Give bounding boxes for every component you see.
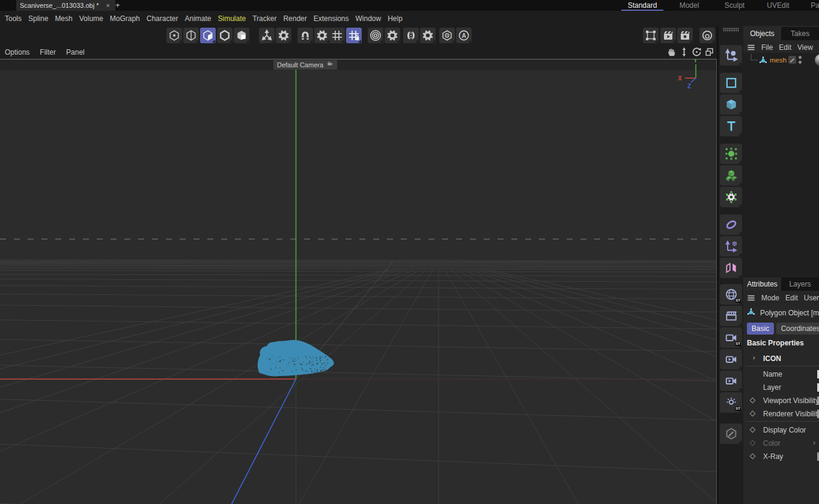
layout-tab-uvedit[interactable]: UVEdit [757,0,800,11]
attribute-row-color[interactable]: Color› [743,437,819,450]
attributes-menu-user[interactable]: User [804,294,819,302]
render-view-button[interactable] [660,28,676,43]
primitive-cube-button[interactable] [720,94,742,115]
menu-mesh[interactable]: Mesh [55,14,72,23]
camera-play-button[interactable] [720,349,742,369]
auto-letter-button[interactable]: A [456,28,472,43]
keyframe-diamond-icon[interactable] [750,454,756,460]
expand-arrow-icon[interactable]: › [813,439,815,447]
menu-volume[interactable]: Volume [79,14,103,23]
layout-tab-paint[interactable]: Paint [800,0,819,11]
tab-coordinates[interactable]: Coordinates [776,323,819,335]
light-st-button[interactable]: ST [720,392,742,413]
snap-magnet-button[interactable] [297,28,313,43]
3d-viewport[interactable]: Default CameraYXZ [0,59,717,504]
gear-button[interactable] [420,28,436,43]
pan-hand-icon[interactable] [666,47,677,58]
concentric-circles-button[interactable] [368,28,383,43]
layout-tab-model[interactable]: Model [666,0,713,11]
toolbar-drag-handle[interactable] [723,28,739,32]
menu-spline[interactable]: Spline [28,14,48,23]
document-tab[interactable]: Scaniverse_...013033.obj *× [16,0,115,11]
stage-clapper-button[interactable] [720,306,742,326]
symmetry-planes-button[interactable] [720,258,742,278]
gear-button[interactable] [385,28,400,43]
simulation-gear-button[interactable] [720,187,742,207]
object-tree-row[interactable]: mesh [743,54,819,66]
hamburger-icon[interactable] [747,294,755,302]
mode-model-button[interactable] [217,28,233,43]
hexagon-eye-button[interactable] [439,28,455,43]
axis-cube-button[interactable] [720,236,742,257]
layout-tab-sculpt[interactable]: Sculpt [713,0,757,11]
menu-extensions[interactable]: Extensions [314,14,349,23]
material-lens-button[interactable] [699,28,715,43]
array-generator-button[interactable] [720,165,742,186]
menu-tracker[interactable]: Tracker [252,14,276,23]
material-pencil-button[interactable] [720,424,742,444]
objects-menu-edit[interactable]: Edit [779,43,791,52]
grid-lock-button[interactable] [346,28,362,43]
camera-swap-icon[interactable] [326,61,333,69]
object-name-label[interactable]: mesh [770,56,787,64]
objects-menu-view[interactable]: View [797,43,813,52]
mode-texture-button[interactable] [234,28,249,43]
menu-tools[interactable]: Tools [5,14,22,23]
deformer-ring-button[interactable] [720,214,742,235]
keyframe-diamond-icon[interactable] [750,411,756,417]
menu-help[interactable]: Help [388,14,403,23]
sky-globe-button[interactable]: ST [720,284,742,305]
mode-polygons-button[interactable] [200,28,216,43]
attribute-row-x-ray[interactable]: X-Ray [743,450,819,463]
camera-st-button[interactable]: ST [720,327,742,348]
menu-animate[interactable]: Animate [184,14,211,23]
render-region-button[interactable] [643,28,659,43]
maximize-window-icon[interactable] [704,47,715,58]
hamburger-icon[interactable] [747,43,755,52]
close-tab-icon[interactable]: × [106,2,109,9]
gear-button[interactable] [276,28,291,43]
tab-layers[interactable]: Layers [781,278,819,291]
orbit-rotate-icon[interactable] [692,47,702,58]
grid-quantize-button[interactable] [329,28,345,43]
attribute-row-display-color[interactable]: Display Color [743,424,819,437]
tab-takes[interactable]: Takes [781,27,819,40]
tab-basic[interactable]: Basic [747,323,774,335]
new-tab-button[interactable]: + [115,1,120,10]
move-tool-button[interactable] [720,45,742,65]
camera-play-button[interactable] [720,371,742,391]
viewport-menu-filter[interactable]: Filter [40,48,56,56]
tab-objects[interactable]: Objects [743,27,781,40]
attribute-row-name[interactable]: Name [743,368,819,381]
tab-attributes[interactable]: Attributes [743,278,781,291]
attributes-menu-mode[interactable]: Mode [761,294,779,302]
edit-tag-icon[interactable] [788,56,796,64]
symmetry-butterfly-button[interactable] [403,28,419,43]
render-settings-button[interactable] [677,28,693,43]
attributes-menu-edit[interactable]: Edit [785,294,798,302]
text-object-button[interactable] [720,116,742,136]
viewport-menu-panel[interactable]: Panel [66,48,85,56]
gear-button[interactable] [314,28,330,43]
mesh-object[interactable] [258,340,334,376]
menu-render[interactable]: Render [283,14,306,23]
menu-mograph[interactable]: MoGraph [110,14,140,23]
axes-tool-button[interactable] [259,28,275,43]
menu-window[interactable]: Window [355,14,381,23]
mode-points-button[interactable] [166,28,182,43]
visibility-dot-top[interactable] [799,56,802,59]
viewport-menu-options[interactable]: Options [5,48,29,56]
group-row-icon[interactable]: ›ICON [743,352,819,365]
keyframe-diamond-icon[interactable] [750,398,756,404]
mode-edges-button[interactable] [183,28,199,43]
keyframe-diamond-icon[interactable] [750,440,756,446]
keyframe-diamond-icon[interactable] [750,427,756,433]
menu-character[interactable]: Character [147,14,178,23]
attribute-row-renderer-visibility[interactable]: Renderer Visibility [743,407,819,421]
objects-menu-file[interactable]: File [761,43,773,52]
spline-rectangle-button[interactable] [720,73,742,93]
subdivision-surface-button[interactable] [720,144,742,164]
attribute-row-viewport-visibility[interactable]: Viewport Visibility [743,394,819,407]
camera-label[interactable]: Default Camera [273,60,337,70]
menu-simulate[interactable]: Simulate [218,14,246,23]
